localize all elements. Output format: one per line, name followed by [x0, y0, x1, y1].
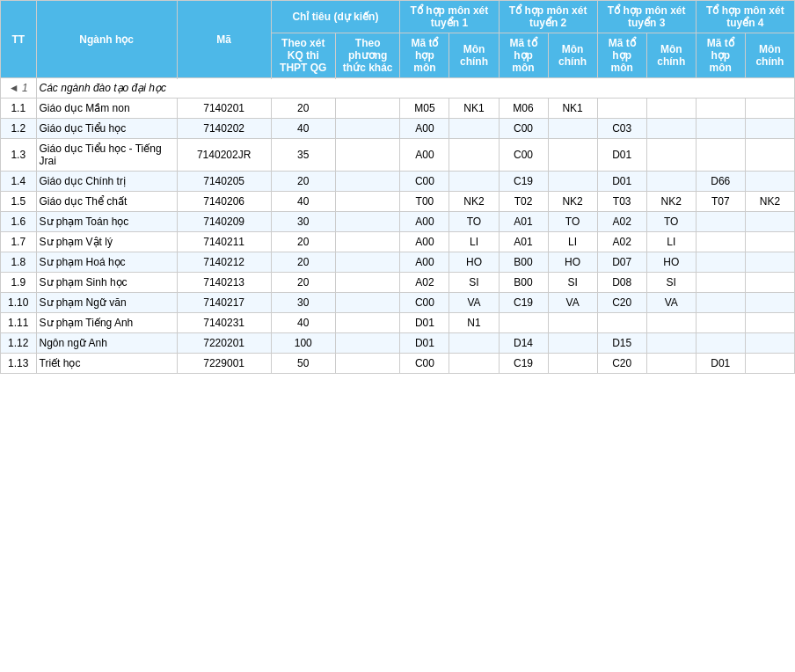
- header-to-hop-3: Tổ hợp môn xét tuyển 3: [597, 1, 696, 33]
- cell: [548, 333, 597, 354]
- cell: LI: [646, 232, 696, 252]
- cell: [745, 232, 794, 252]
- header-to-hop-1: Tổ hợp môn xét tuyển 1: [400, 1, 499, 33]
- header-mc1: Môn chính: [449, 33, 499, 78]
- cell: 40: [271, 192, 335, 212]
- cell: 1.7: [1, 232, 37, 252]
- header-mc3: Môn chính: [646, 33, 696, 78]
- cell: [335, 354, 399, 374]
- cell: [597, 313, 646, 333]
- cell: 1.1: [1, 99, 37, 119]
- cell: 50: [271, 354, 335, 374]
- cell: [696, 232, 745, 252]
- cell: [335, 333, 399, 354]
- cell: [646, 99, 696, 119]
- cell: A00: [400, 252, 449, 273]
- cell: [696, 333, 745, 354]
- cell: 7140212: [177, 252, 271, 273]
- cell: 1.8: [1, 252, 37, 273]
- header-to-hop-2: Tổ hợp môn xét tuyển 2: [499, 1, 597, 33]
- cell: 7229001: [177, 354, 271, 374]
- cell: LI: [548, 232, 597, 252]
- cell: 100: [271, 333, 335, 354]
- cell: 7220201: [177, 333, 271, 354]
- cell: [335, 172, 399, 192]
- cell: D07: [597, 252, 646, 273]
- header-tt: TT: [1, 1, 37, 78]
- cell: 40: [271, 313, 335, 333]
- cell: [745, 99, 794, 119]
- cell: TO: [646, 212, 696, 232]
- cell: A02: [400, 273, 449, 293]
- cell: [548, 119, 597, 139]
- cell: [646, 172, 696, 192]
- cell: [335, 232, 399, 252]
- table-row: 1.1Giáo dục Mầm non714020120M05NK1M06NK1: [1, 99, 795, 119]
- cell: 20: [271, 99, 335, 119]
- cell: NK1: [548, 99, 597, 119]
- cell: [696, 212, 745, 232]
- cell: A00: [400, 139, 449, 172]
- cell: C00: [400, 172, 449, 192]
- cell: 7140202: [177, 119, 271, 139]
- cell: [745, 119, 794, 139]
- cell: D14: [499, 333, 548, 354]
- header-theo-pp: Theo phương thức khác: [335, 33, 399, 78]
- cell: B00: [499, 273, 548, 293]
- header-chi-tieu: Chỉ tiêu (dự kiến): [271, 1, 400, 33]
- cell: 7140211: [177, 232, 271, 252]
- cell: D01: [597, 139, 646, 172]
- cell: [646, 354, 696, 374]
- cell: [696, 139, 745, 172]
- header-nganh-hoc: Ngành học: [36, 1, 177, 78]
- cell: [335, 252, 399, 273]
- cell: [745, 212, 794, 232]
- cell: [696, 252, 745, 273]
- cell: [449, 119, 499, 139]
- cell: Sư phạm Toán học: [36, 212, 177, 232]
- cell: [646, 119, 696, 139]
- cell: SI: [449, 273, 499, 293]
- cell: HO: [646, 252, 696, 273]
- cell: A00: [400, 212, 449, 232]
- cell: VA: [646, 293, 696, 313]
- cell: [335, 192, 399, 212]
- cell: Giáo dục Chính trị: [36, 172, 177, 192]
- cell: C00: [400, 354, 449, 374]
- cell: [745, 273, 794, 293]
- cell: 40: [271, 119, 335, 139]
- section-label: Các ngành đào tạo đại học: [36, 78, 794, 99]
- cell: Ngôn ngữ Anh: [36, 333, 177, 354]
- cell: 1.10: [1, 293, 37, 313]
- cell: [696, 313, 745, 333]
- cell: 1.11: [1, 313, 37, 333]
- cell: [745, 252, 794, 273]
- cell: [548, 139, 597, 172]
- cell: [696, 99, 745, 119]
- cell: SI: [646, 273, 696, 293]
- cell: [745, 172, 794, 192]
- cell: T02: [499, 192, 548, 212]
- table-row: 1.11Sư phạm Tiếng Anh714023140D01N1: [1, 313, 795, 333]
- cell: [696, 119, 745, 139]
- cell: 7140209: [177, 212, 271, 232]
- cell: LI: [449, 232, 499, 252]
- cell: 7140201: [177, 99, 271, 119]
- table-row: 1.13Triết học722900150C00C19C20D01: [1, 354, 795, 374]
- header-mc2: Môn chính: [548, 33, 597, 78]
- cell: Giáo dục Tiểu học: [36, 119, 177, 139]
- cell: [745, 293, 794, 313]
- cell: [335, 273, 399, 293]
- cell: D66: [696, 172, 745, 192]
- cell: Sư phạm Sinh học: [36, 273, 177, 293]
- cell: D01: [400, 333, 449, 354]
- cell: Giáo dục Thể chất: [36, 192, 177, 212]
- cell: C20: [597, 293, 646, 313]
- cell: 1.13: [1, 354, 37, 374]
- cell: [335, 119, 399, 139]
- cell: 7140205: [177, 172, 271, 192]
- cell: 1.9: [1, 273, 37, 293]
- cell: C00: [499, 119, 548, 139]
- cell: N1: [449, 313, 499, 333]
- table-row: 1.5Giáo dục Thể chất714020640T00NK2T02NK…: [1, 192, 795, 212]
